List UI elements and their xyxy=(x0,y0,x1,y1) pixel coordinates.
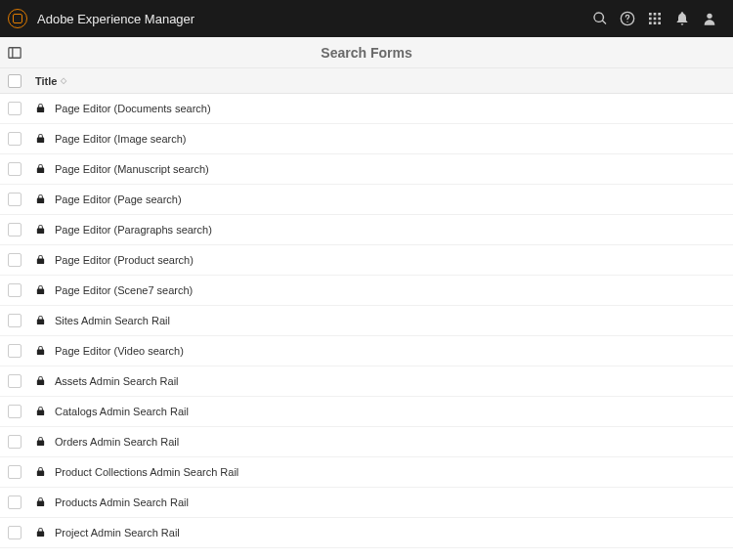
row-title: Catalogs Admin Search Rail xyxy=(55,406,189,417)
row-checkbox[interactable] xyxy=(8,344,22,358)
lock-icon xyxy=(35,163,47,175)
table-body: Page Editor (Documents search)Page Edito… xyxy=(0,94,733,548)
svg-rect-2 xyxy=(649,13,652,16)
svg-rect-3 xyxy=(654,13,657,16)
adobe-logo-inner xyxy=(13,14,22,23)
row-title: Product Collections Admin Search Rail xyxy=(55,466,238,478)
row-checkbox[interactable] xyxy=(8,374,22,388)
svg-rect-6 xyxy=(654,18,657,21)
row-title: Project Admin Search Rail xyxy=(55,527,180,538)
row-checkbox[interactable] xyxy=(8,495,22,509)
search-icon[interactable] xyxy=(586,5,614,32)
row-title: Assets Admin Search Rail xyxy=(55,375,179,387)
row-title: Page Editor (Image search) xyxy=(55,133,187,145)
select-all-checkbox[interactable] xyxy=(8,74,22,88)
lock-icon xyxy=(35,345,47,357)
lock-icon xyxy=(35,103,47,114)
row-checkbox[interactable] xyxy=(8,102,22,115)
row-checkbox[interactable] xyxy=(8,526,22,539)
bell-icon[interactable] xyxy=(668,5,696,32)
row-checkbox[interactable] xyxy=(8,223,22,237)
lock-icon xyxy=(35,436,47,448)
table-row[interactable]: Page Editor (Scene7 search) xyxy=(0,276,733,306)
svg-rect-10 xyxy=(658,22,661,24)
lock-icon xyxy=(35,527,47,538)
lock-icon xyxy=(35,254,47,266)
table-row[interactable]: Orders Admin Search Rail xyxy=(0,427,733,457)
column-header-title[interactable]: Title ◇ xyxy=(35,75,66,87)
table-row[interactable]: Sites Admin Search Rail xyxy=(0,306,733,336)
row-title: Page Editor (Documents search) xyxy=(55,103,211,114)
adobe-logo[interactable] xyxy=(8,9,27,28)
lock-icon xyxy=(35,375,47,387)
action-bar: Search Forms xyxy=(0,37,733,68)
table-row[interactable]: Assets Admin Search Rail xyxy=(0,366,733,397)
svg-rect-12 xyxy=(9,47,21,58)
row-title: Sites Admin Search Rail xyxy=(55,315,170,326)
table-row[interactable]: Page Editor (Manuscript search) xyxy=(0,154,733,185)
table-row[interactable]: Page Editor (Paragraphs search) xyxy=(0,215,733,245)
table-row[interactable]: Page Editor (Image search) xyxy=(0,124,733,154)
svg-rect-9 xyxy=(654,22,657,24)
row-checkbox[interactable] xyxy=(8,465,22,479)
user-icon[interactable] xyxy=(696,5,723,32)
lock-icon xyxy=(35,284,47,296)
table-header: Title ◇ xyxy=(0,68,733,94)
help-icon[interactable] xyxy=(614,5,641,32)
row-title: Page Editor (Scene7 search) xyxy=(55,284,193,296)
apps-icon[interactable] xyxy=(641,5,668,32)
svg-rect-4 xyxy=(658,13,661,16)
svg-point-1 xyxy=(626,22,627,22)
table-row[interactable]: Page Editor (Product search) xyxy=(0,245,733,276)
lock-icon xyxy=(35,224,47,236)
row-title: Page Editor (Page search) xyxy=(55,194,182,205)
brand-title[interactable]: Adobe Experience Manager xyxy=(37,12,194,26)
lock-icon xyxy=(35,406,47,417)
lock-icon xyxy=(35,315,47,326)
svg-point-11 xyxy=(707,14,711,19)
page-title: Search Forms xyxy=(0,45,733,61)
lock-icon xyxy=(35,194,47,205)
row-title: Products Admin Search Rail xyxy=(55,496,189,508)
sort-indicator-icon: ◇ xyxy=(61,76,66,85)
row-checkbox[interactable] xyxy=(8,253,22,267)
lock-icon xyxy=(35,133,47,145)
lock-icon xyxy=(35,496,47,508)
row-title: Page Editor (Manuscript search) xyxy=(55,163,209,175)
svg-rect-8 xyxy=(649,22,652,24)
table-row[interactable]: Product Collections Admin Search Rail xyxy=(0,457,733,488)
table-row[interactable]: Page Editor (Documents search) xyxy=(0,94,733,124)
row-checkbox[interactable] xyxy=(8,405,22,418)
row-checkbox[interactable] xyxy=(8,314,22,327)
table-row[interactable]: Products Admin Search Rail xyxy=(0,488,733,518)
svg-rect-5 xyxy=(649,18,652,21)
row-checkbox[interactable] xyxy=(8,162,22,176)
row-checkbox[interactable] xyxy=(8,435,22,449)
table-row[interactable]: Page Editor (Video search) xyxy=(0,336,733,366)
svg-rect-7 xyxy=(658,18,661,21)
row-checkbox[interactable] xyxy=(8,193,22,206)
lock-icon xyxy=(35,466,47,478)
table-row[interactable]: Catalogs Admin Search Rail xyxy=(0,397,733,427)
row-title: Page Editor (Paragraphs search) xyxy=(55,224,212,236)
row-title: Orders Admin Search Rail xyxy=(55,436,179,448)
table-row[interactable]: Project Admin Search Rail xyxy=(0,518,733,548)
table-row[interactable]: Page Editor (Page search) xyxy=(0,185,733,215)
row-title: Page Editor (Product search) xyxy=(55,254,194,266)
row-checkbox[interactable] xyxy=(8,132,22,146)
row-title: Page Editor (Video search) xyxy=(55,345,184,357)
row-checkbox[interactable] xyxy=(8,283,22,297)
column-header-title-label: Title xyxy=(35,75,57,87)
rail-toggle-icon[interactable] xyxy=(0,37,29,68)
top-bar: Adobe Experience Manager xyxy=(0,0,733,37)
